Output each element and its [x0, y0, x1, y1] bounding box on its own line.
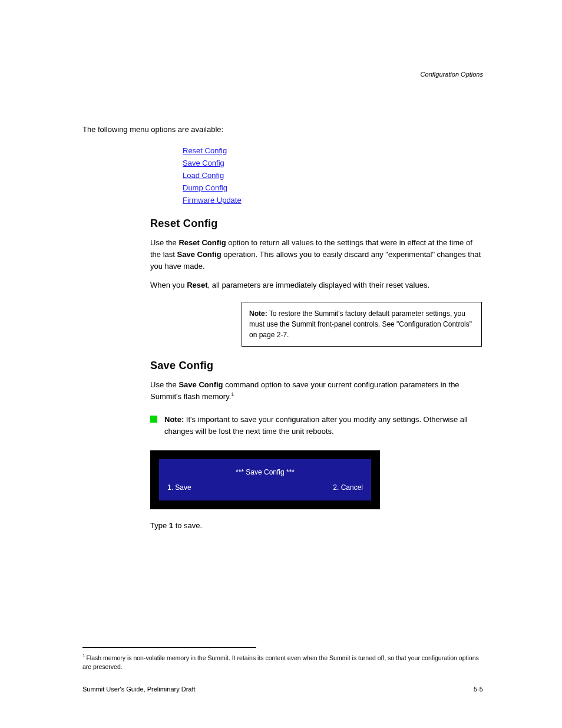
text: to save. [173, 521, 202, 530]
footnote-number: 1 [82, 653, 85, 658]
footer-left: Summit User's Guide, Preliminary Draft [82, 686, 196, 693]
heading-reset-config: Reset Config [150, 218, 483, 230]
bold-text: Reset [187, 281, 207, 289]
link-load-config[interactable]: Load Config [183, 171, 483, 180]
bold-text: Save Config [177, 250, 222, 259]
text: , all parameters are immediately display… [208, 281, 429, 289]
note-text: To restore the Summit's factory default … [249, 309, 472, 339]
reset-paragraph-2: When you Reset, all parameters are immed… [150, 279, 483, 291]
bold-text: 1 [169, 521, 173, 530]
terminal-inner: *** Save Config *** 1. Save 2. Cancel [159, 459, 371, 500]
heading-save-config: Save Config [150, 360, 483, 372]
page-footer: 1Flash memory is non-volatile memory in … [82, 647, 483, 693]
footnote-rule [82, 647, 256, 648]
note-content: Note: It's important to save your config… [164, 414, 483, 437]
menu-links: Reset Config Save Config Load Config Dum… [183, 146, 483, 205]
text: Use the [150, 238, 178, 247]
terminal-options: 1. Save 2. Cancel [167, 482, 363, 493]
text: Use the [150, 380, 178, 389]
footnote-text: Flash memory is non-volatile memory in t… [82, 654, 479, 670]
note-label: Note: [249, 309, 267, 318]
footer-right-pagenum: 5-5 [474, 686, 483, 693]
footnote-ref: 1 [231, 391, 234, 397]
reset-paragraph-1: Use the Reset Config option to return al… [150, 237, 483, 272]
terminal-title: *** Save Config *** [167, 466, 363, 478]
link-dump-config[interactable]: Dump Config [183, 183, 483, 192]
bold-text: Reset Config [178, 238, 226, 247]
note-label: Note: [164, 415, 184, 424]
page-content: Configuration Options The following menu… [82, 71, 483, 532]
option-cancel: 2. Cancel [333, 482, 363, 493]
note-text: It's important to save your configuratio… [164, 415, 468, 436]
after-box-text: Type 1 to save. [150, 520, 483, 532]
text: When you [150, 281, 187, 289]
page-footer-row: Summit User's Guide, Preliminary Draft 5… [82, 686, 483, 693]
link-reset-config[interactable]: Reset Config [183, 146, 483, 155]
text: Type [150, 521, 169, 530]
note-row: Note: It's important to save your config… [150, 414, 483, 437]
link-firmware-update[interactable]: Firmware Update [183, 196, 483, 205]
save-paragraph: Use the Save Config command option to sa… [150, 379, 483, 403]
link-save-config[interactable]: Save Config [183, 159, 483, 167]
bullet-square-icon [150, 416, 157, 423]
note-box: Note: To restore the Summit's factory de… [242, 302, 482, 347]
footnote: 1Flash memory is non-volatile memory in … [82, 653, 483, 671]
terminal-box: *** Save Config *** 1. Save 2. Cancel [150, 450, 380, 509]
running-header: Configuration Options [421, 71, 483, 78]
option-save: 1. Save [167, 482, 191, 493]
bold-text: Save Config [178, 380, 223, 389]
intro-text: The following menu options are available… [82, 124, 483, 136]
